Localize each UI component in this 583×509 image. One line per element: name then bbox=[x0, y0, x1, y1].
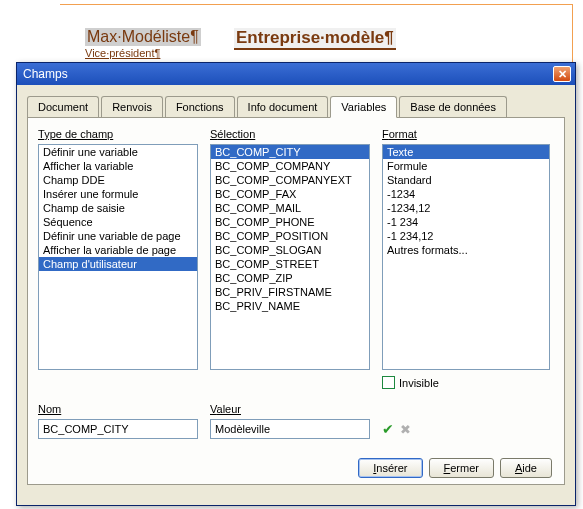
cancel-icon[interactable]: ✖ bbox=[400, 422, 411, 437]
format-label: Format bbox=[382, 128, 550, 140]
list-item[interactable]: Autres formats... bbox=[383, 243, 549, 257]
fields-dialog: Champs ✕ DocumentRenvoisFonctionsInfo do… bbox=[16, 62, 576, 506]
list-item[interactable]: Insérer une formule bbox=[39, 187, 197, 201]
selection-label: Sélection bbox=[210, 128, 370, 140]
type-listbox[interactable]: Définir une variableAfficher la variable… bbox=[38, 144, 198, 370]
list-item[interactable]: -1234 bbox=[383, 187, 549, 201]
close-icon[interactable]: ✕ bbox=[553, 66, 571, 82]
tab-base-de-données[interactable]: Base de données bbox=[399, 96, 507, 118]
list-item[interactable]: -1 234,12 bbox=[383, 229, 549, 243]
list-item[interactable]: Afficher la variable bbox=[39, 159, 197, 173]
list-item[interactable]: BC_COMP_COMPANY bbox=[211, 159, 369, 173]
type-label: Type de champ bbox=[38, 128, 198, 140]
list-item[interactable]: BC_COMP_POSITION bbox=[211, 229, 369, 243]
list-item[interactable]: BC_COMP_COMPANYEXT bbox=[211, 173, 369, 187]
invisible-checkbox[interactable] bbox=[382, 376, 395, 389]
tab-variables[interactable]: Variables bbox=[330, 96, 397, 118]
doc-company-field: Entreprise·modèle¶ bbox=[234, 28, 396, 50]
list-item[interactable]: BC_PRIV_FIRSTNAME bbox=[211, 285, 369, 299]
tab-body-variables: Type de champ Définir une variableAffich… bbox=[27, 117, 565, 485]
value-input[interactable] bbox=[210, 419, 370, 439]
list-item[interactable]: BC_COMP_SLOGAN bbox=[211, 243, 369, 257]
name-input[interactable] bbox=[38, 419, 198, 439]
value-label: Valeur bbox=[210, 403, 370, 415]
list-item[interactable]: Champ de saisie bbox=[39, 201, 197, 215]
list-item[interactable]: BC_COMP_PHONE bbox=[211, 215, 369, 229]
list-item[interactable]: BC_PRIV_NAME bbox=[211, 299, 369, 313]
list-item[interactable]: Texte bbox=[383, 145, 549, 159]
list-item[interactable]: BC_COMP_STREET bbox=[211, 257, 369, 271]
list-item[interactable]: BC_COMP_MAIL bbox=[211, 201, 369, 215]
invisible-label: Invisible bbox=[399, 377, 439, 389]
list-item[interactable]: Champ d'utilisateur bbox=[39, 257, 197, 271]
tab-info-document[interactable]: Info document bbox=[237, 96, 329, 118]
list-item[interactable]: Séquence bbox=[39, 215, 197, 229]
list-item[interactable]: Définir une variable de page bbox=[39, 229, 197, 243]
list-item[interactable]: Formule bbox=[383, 159, 549, 173]
insert-button[interactable]: Insérer bbox=[358, 458, 422, 478]
tab-document[interactable]: Document bbox=[27, 96, 99, 118]
list-item[interactable]: Champ DDE bbox=[39, 173, 197, 187]
selection-listbox[interactable]: BC_COMP_CITYBC_COMP_COMPANYBC_COMP_COMPA… bbox=[210, 144, 370, 370]
apply-icon[interactable]: ✔ bbox=[382, 421, 394, 437]
name-label: Nom bbox=[38, 403, 198, 415]
list-item[interactable]: Définir une variable bbox=[39, 145, 197, 159]
tab-renvois[interactable]: Renvois bbox=[101, 96, 163, 118]
help-button[interactable]: Aide bbox=[500, 458, 552, 478]
dialog-title: Champs bbox=[23, 67, 68, 81]
tab-fonctions[interactable]: Fonctions bbox=[165, 96, 235, 118]
list-item[interactable]: BC_COMP_CITY bbox=[211, 145, 369, 159]
list-item[interactable]: Afficher la variable de page bbox=[39, 243, 197, 257]
list-item[interactable]: Standard bbox=[383, 173, 549, 187]
list-item[interactable]: BC_COMP_FAX bbox=[211, 187, 369, 201]
dialog-titlebar[interactable]: Champs ✕ bbox=[17, 63, 575, 85]
format-listbox[interactable]: TexteFormuleStandard-1234-1234,12-1 234-… bbox=[382, 144, 550, 370]
close-button[interactable]: Fermer bbox=[429, 458, 494, 478]
list-item[interactable]: -1234,12 bbox=[383, 201, 549, 215]
list-item[interactable]: BC_COMP_ZIP bbox=[211, 271, 369, 285]
tab-strip: DocumentRenvoisFonctionsInfo documentVar… bbox=[27, 96, 565, 118]
list-item[interactable]: -1 234 bbox=[383, 215, 549, 229]
doc-subtitle-field: Vice·président¶ bbox=[85, 47, 160, 59]
doc-name-field: Max·Modéliste¶ bbox=[85, 28, 201, 46]
